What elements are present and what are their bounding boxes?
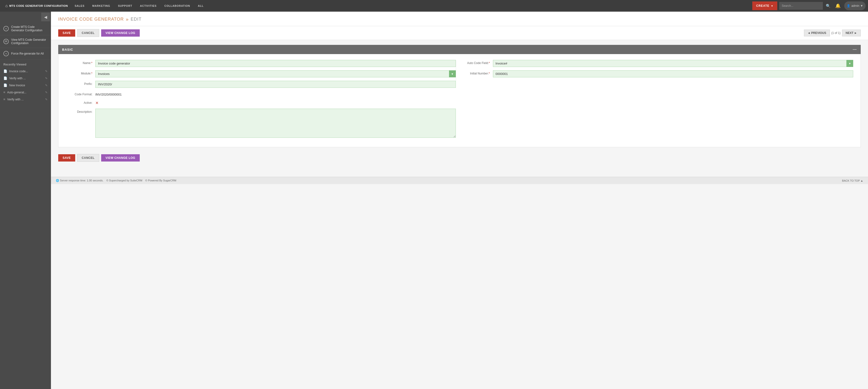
- section-collapse-icon[interactable]: —: [853, 47, 857, 52]
- admin-menu[interactable]: 👤 admin ▼: [844, 1, 866, 10]
- active-status-icon[interactable]: ✕: [95, 100, 98, 105]
- module-label: Module:*: [66, 70, 92, 75]
- create-caret-icon: ▼: [771, 5, 774, 7]
- nav-right: CREATE ▼ 🔍 🔔 👤 admin ▼: [752, 1, 866, 10]
- two-col-form: Name:* Module:* Invoices: [66, 60, 853, 141]
- doc-icon: 📄: [3, 69, 7, 73]
- auto-code-field-row: Auto Code Field:* Invoice# ▼: [463, 60, 854, 67]
- sidebar-item-verify-1[interactable]: 📄 Verify with ... ✎: [0, 75, 51, 82]
- search-icon[interactable]: 🔍: [825, 3, 832, 9]
- page-layout: ◀ + Create MTS Code Generator Configurat…: [0, 12, 868, 389]
- active-label: Active:: [66, 100, 92, 104]
- form-area: BASIC — Name:*: [51, 40, 868, 169]
- auto-code-select[interactable]: Invoice#: [493, 60, 854, 67]
- save-button-top[interactable]: SAVE: [58, 29, 75, 37]
- list-icon: ≡: [3, 97, 5, 101]
- nav-items: SALES MARKETING SUPPORT ACTIVITIES COLLA…: [71, 0, 752, 12]
- view-action-icon: 👁: [3, 39, 9, 44]
- app-title: MTS CODE GENERATOR CONFIGURATION: [9, 4, 68, 7]
- doc-icon: 📄: [3, 84, 7, 87]
- action-bar-bottom: SAVE CANCEL VIEW CHANGE LOG: [58, 151, 861, 165]
- initial-number-input[interactable]: [493, 70, 854, 77]
- admin-avatar-icon: 👤: [847, 4, 850, 7]
- breadcrumb-action: EDIT: [131, 17, 142, 22]
- section-body: Name:* Module:* Invoices: [58, 54, 861, 147]
- module-field-row: Module:* Invoices ▼: [66, 70, 456, 77]
- pagination: ◄ PREVIOUS (1 of 1) NEXT ►: [804, 30, 861, 36]
- edit-icon[interactable]: ✎: [45, 91, 48, 94]
- create-action-icon: +: [3, 26, 9, 31]
- back-to-top-button[interactable]: BACK TO TOP ▲: [842, 179, 863, 182]
- code-format-row: Code Format: INV/2020/0000001: [66, 91, 456, 96]
- sidebar-item-invoice-code[interactable]: 📄 Invoice code... ✎: [0, 68, 51, 75]
- sidebar-item-auto-generate[interactable]: ≡ Auto-generat... ✎: [0, 89, 51, 96]
- top-navigation: ⌂ MTS CODE GENERATOR CONFIGURATION SALES…: [0, 0, 868, 12]
- viewlog-button-bottom[interactable]: VIEW CHANGE LOG: [101, 154, 140, 162]
- list-icon: ≡: [3, 91, 5, 94]
- nav-activities[interactable]: ACTIVITIES: [136, 0, 161, 12]
- nav-collaboration[interactable]: COLLABORATION: [160, 0, 194, 12]
- nav-sales[interactable]: SALES: [71, 0, 89, 12]
- auto-code-select-wrap: Invoice# ▼: [493, 60, 854, 67]
- page-header: INVOICE CODE GENERATOR » EDIT: [51, 12, 868, 26]
- name-input[interactable]: [95, 60, 456, 67]
- action-bar: SAVE CANCEL VIEW CHANGE LOG ◄ PREVIOUS (…: [51, 26, 868, 40]
- auto-code-field-label: Auto Code Field:*: [463, 60, 490, 65]
- save-button-bottom[interactable]: SAVE: [58, 154, 75, 162]
- description-textarea[interactable]: [95, 109, 456, 138]
- initial-number-field-row: Initial Number:*: [463, 70, 854, 77]
- page-footer: 🌐 Server response time: 1.00 seconds. © …: [51, 177, 868, 184]
- edit-icon[interactable]: ✎: [45, 84, 48, 87]
- cancel-button-bottom[interactable]: CANCEL: [77, 154, 99, 162]
- sidebar-view-action[interactable]: 👁 View MTS Code Generator Configuration: [0, 35, 51, 48]
- create-button[interactable]: CREATE ▼: [752, 1, 777, 10]
- form-left-column: Name:* Module:* Invoices: [66, 60, 456, 141]
- footer-left: 🌐 Server response time: 1.00 seconds. © …: [56, 179, 176, 182]
- doc-icon: 📄: [3, 76, 7, 80]
- next-button[interactable]: NEXT ►: [842, 30, 861, 36]
- edit-icon[interactable]: ✎: [45, 70, 48, 73]
- edit-icon[interactable]: ✎: [45, 98, 48, 101]
- description-field-row: Description:: [66, 109, 456, 138]
- module-select-wrap: Invoices ▼: [95, 70, 456, 77]
- form-right-column: Auto Code Field:* Invoice# ▼: [456, 60, 854, 81]
- server-time: 🌐: [56, 179, 60, 182]
- breadcrumb-module: INVOICE CODE GENERATOR: [58, 17, 124, 22]
- name-label: Name:*: [66, 60, 92, 65]
- recently-viewed-title: Recently Viewed: [0, 59, 51, 68]
- initial-number-label: Initial Number:*: [463, 70, 490, 75]
- viewlog-button-top[interactable]: VIEW CHANGE LOG: [101, 29, 140, 37]
- cancel-button-top[interactable]: CANCEL: [77, 29, 99, 37]
- code-format-value: INV/2020/0000001: [95, 91, 456, 96]
- breadcrumb-separator: »: [126, 17, 129, 22]
- previous-button[interactable]: ◄ PREVIOUS: [804, 30, 830, 36]
- nav-all[interactable]: ALL: [194, 0, 208, 12]
- prefix-label: Prefix:: [66, 81, 92, 86]
- sidebar-create-action[interactable]: + Create MTS Code Generator Configuratio…: [0, 22, 51, 35]
- regenerate-action-icon: +: [3, 51, 9, 56]
- nav-support[interactable]: SUPPORT: [114, 0, 136, 12]
- code-format-label: Code Format:: [66, 91, 92, 96]
- section-header: BASIC —: [58, 45, 861, 54]
- main-content: INVOICE CODE GENERATOR » EDIT SAVE CANCE…: [51, 12, 868, 389]
- pagination-count: (1 of 1): [831, 31, 841, 35]
- nav-marketing[interactable]: MARKETING: [88, 0, 114, 12]
- search-input[interactable]: [779, 2, 823, 10]
- active-field-row: Active: ✕: [66, 100, 456, 105]
- sidebar: ◀ + Create MTS Code Generator Configurat…: [0, 12, 51, 389]
- breadcrumb: INVOICE CODE GENERATOR » EDIT: [58, 17, 861, 22]
- sidebar-regenerate-action[interactable]: + Force Re-generate for All: [0, 48, 51, 59]
- sidebar-toggle-button[interactable]: ◀: [41, 12, 50, 21]
- description-label: Description:: [66, 109, 92, 114]
- app-logo[interactable]: ⌂ MTS CODE GENERATOR CONFIGURATION: [2, 4, 71, 8]
- section-title: BASIC: [62, 48, 73, 52]
- edit-icon[interactable]: ✎: [45, 77, 48, 80]
- sidebar-item-verify-2[interactable]: ≡ Verify with ... ✎: [0, 96, 51, 103]
- admin-caret-icon: ▼: [860, 4, 863, 7]
- module-select[interactable]: Invoices: [95, 70, 456, 77]
- notifications-icon[interactable]: 🔔: [834, 1, 842, 10]
- sidebar-item-new-invoice[interactable]: 📄 New Invoice ✎: [0, 82, 51, 89]
- home-icon[interactable]: ⌂: [5, 4, 8, 8]
- name-field-row: Name:*: [66, 60, 456, 67]
- prefix-input[interactable]: [95, 81, 456, 88]
